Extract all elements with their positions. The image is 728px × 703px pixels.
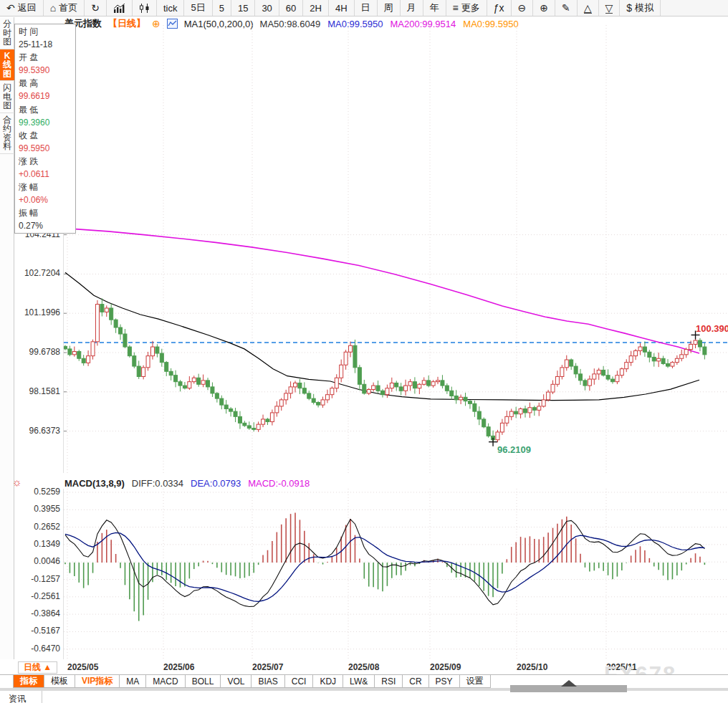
period-day-button[interactable]: 日 bbox=[355, 0, 378, 16]
quote-value: 99.3960 bbox=[19, 116, 72, 129]
home-button[interactable]: ⌂首页 bbox=[44, 0, 85, 16]
indicator-tab-PSY[interactable]: PSY bbox=[429, 675, 460, 688]
macd-axis-label: -0.6470 bbox=[14, 644, 60, 654]
drag-handle-arrow-icon bbox=[561, 680, 577, 687]
period-60m-button[interactable]: 60 bbox=[279, 0, 303, 16]
period-5m-button[interactable]: 5 bbox=[213, 0, 231, 16]
period-year-button[interactable]: 年 bbox=[423, 0, 446, 16]
month-label: 2025/09 bbox=[430, 662, 461, 672]
draw-button[interactable]: ✎ bbox=[555, 0, 578, 16]
period-week-button[interactable]: 周 bbox=[378, 0, 401, 16]
macd-axis-label: -0.2561 bbox=[14, 591, 60, 601]
footer-divider bbox=[42, 691, 42, 703]
footer: 资讯 bbox=[0, 691, 728, 703]
indicator-tab-模板[interactable]: 模板 bbox=[44, 675, 75, 688]
main-chart[interactable] bbox=[63, 25, 728, 473]
sim-trade-button[interactable]: $模拟 bbox=[620, 0, 661, 16]
sidebar-tab-合约资料[interactable]: 合约资料 bbox=[0, 113, 14, 154]
bars-icon bbox=[113, 4, 125, 13]
macd-axis-label: -0.1257 bbox=[14, 574, 60, 584]
refresh-button[interactable]: ↻ bbox=[85, 0, 107, 16]
indicator-tab-RSI[interactable]: RSI bbox=[375, 675, 403, 688]
quote-value: +0.0611 bbox=[19, 168, 72, 181]
indicator-tab-LW&[interactable]: LW& bbox=[343, 675, 375, 688]
quote-label: 涨 幅 bbox=[19, 181, 72, 193]
candles-icon bbox=[139, 4, 150, 13]
indicator-tab-BOLL[interactable]: BOLL bbox=[186, 675, 221, 688]
indicator-tab-设置[interactable]: 设置 bbox=[460, 675, 491, 688]
period-month-button-label: 月 bbox=[407, 1, 416, 14]
quote-value: +0.06% bbox=[19, 193, 72, 206]
period-15m-button-label: 15 bbox=[238, 3, 248, 14]
fx-icon: ƒx bbox=[494, 3, 504, 13]
quote-value: 0.27% bbox=[19, 219, 72, 232]
indicator-tab-MA[interactable]: MA bbox=[120, 675, 146, 688]
line-chart-button[interactable] bbox=[107, 0, 133, 16]
period-month-button[interactable]: 月 bbox=[401, 0, 423, 16]
indicator-tab-CCI[interactable]: CCI bbox=[285, 675, 314, 688]
candle-chart-button[interactable] bbox=[133, 0, 157, 16]
drag-handle[interactable] bbox=[510, 685, 627, 692]
period-30m-button-label: 30 bbox=[262, 3, 272, 14]
back-button-label: 返回 bbox=[18, 1, 37, 14]
candlestick-canvas[interactable] bbox=[64, 25, 728, 473]
period-5d-button-label: 5日 bbox=[191, 1, 205, 14]
zoom-in-icon: ⊕ bbox=[540, 3, 548, 13]
indicator-tab-KDJ[interactable]: KDJ bbox=[313, 675, 343, 688]
quote-label: 时 间 bbox=[19, 25, 72, 38]
macd-axis-label: 0.3955 bbox=[14, 504, 60, 514]
indicator-settings-icon[interactable]: ☼ bbox=[12, 476, 22, 488]
back-button[interactable]: ↶返回 bbox=[0, 0, 44, 16]
price-axis-label: 96.6373 bbox=[14, 426, 60, 436]
marker-up-button[interactable]: △ bbox=[578, 0, 599, 16]
quote-label: 开 盘 bbox=[19, 51, 72, 64]
sidebar-tab-分时图[interactable]: 分时图 bbox=[0, 17, 14, 49]
period-5d-button[interactable]: 5日 bbox=[184, 0, 212, 16]
period-30m-button[interactable]: 30 bbox=[255, 0, 279, 16]
sidebar-tab-K线图[interactable]: K线图 bbox=[0, 49, 14, 82]
macd-canvas[interactable] bbox=[64, 489, 728, 659]
app-root: ↶返回⌂首页↻tick5日51530602H4H日周月年≡更多ƒx⊖⊕✎△▽$模… bbox=[0, 0, 728, 703]
macd-axis-label: 0.1349 bbox=[14, 539, 60, 549]
indicator-tab-BIAS[interactable]: BIAS bbox=[252, 675, 284, 688]
price-axis-label: 101.1996 bbox=[14, 307, 60, 317]
period-tick-button[interactable]: tick bbox=[157, 0, 185, 16]
indicator-fx-button[interactable]: ƒx bbox=[487, 0, 512, 16]
marker-down-button[interactable]: ▽ bbox=[599, 0, 621, 16]
macd-title: MACD(13,8,9) bbox=[64, 478, 125, 489]
period-selector-button[interactable]: 日线 ▲ bbox=[18, 661, 57, 674]
period-2h-button[interactable]: 2H bbox=[303, 0, 329, 16]
indicator-tab-VOL[interactable]: VOL bbox=[221, 675, 252, 688]
indicator-tab-VIP指标[interactable]: VIP指标 bbox=[75, 675, 120, 688]
zoom-out-button[interactable]: ⊖ bbox=[512, 0, 534, 16]
left-sidebar: 分时图K线图闪电图合约资料 bbox=[0, 17, 14, 659]
macd-value: DEA:0.0793 bbox=[191, 478, 241, 489]
quote-value: 25-11-18 bbox=[19, 38, 72, 51]
period-4h-button[interactable]: 4H bbox=[329, 0, 355, 16]
month-label: 2025/05 bbox=[67, 662, 98, 672]
zoom-in-button[interactable]: ⊕ bbox=[533, 0, 555, 16]
quote-label: 涨 跌 bbox=[19, 155, 72, 168]
dollar-icon: $ bbox=[626, 3, 632, 13]
news-tab[interactable]: 资讯 bbox=[9, 693, 26, 703]
macd-values: DIFF:0.0334DEA:0.0793MACD:-0.0918 bbox=[132, 478, 310, 489]
home-icon: ⌂ bbox=[50, 3, 56, 13]
refresh-icon: ↻ bbox=[91, 3, 100, 13]
indicator-tab-指标[interactable]: 指标 bbox=[13, 675, 44, 688]
more-button[interactable]: ≡更多 bbox=[446, 0, 487, 16]
indicator-tab-MACD[interactable]: MACD bbox=[146, 675, 185, 688]
quote-label: 最 高 bbox=[19, 77, 72, 90]
macd-header: MACD(13,8,9) DIFF:0.0334DEA:0.0793MACD:-… bbox=[64, 478, 310, 489]
sidebar-tab-闪电图[interactable]: 闪电图 bbox=[0, 81, 14, 113]
quote-label: 振 幅 bbox=[19, 206, 72, 219]
macd-panel[interactable] bbox=[63, 489, 728, 659]
month-label: 2025/07 bbox=[252, 662, 283, 672]
indicator-tab-CR[interactable]: CR bbox=[403, 675, 428, 688]
month-label: 2025/08 bbox=[348, 662, 379, 672]
macd-axis-label: -0.3864 bbox=[14, 608, 60, 618]
price-marker-label: 100.390 bbox=[696, 323, 728, 334]
triangle-up-icon: △ bbox=[584, 3, 592, 14]
period-4h-button-label: 4H bbox=[335, 3, 348, 14]
period-5m-button-label: 5 bbox=[219, 3, 224, 14]
period-15m-button[interactable]: 15 bbox=[231, 0, 255, 16]
